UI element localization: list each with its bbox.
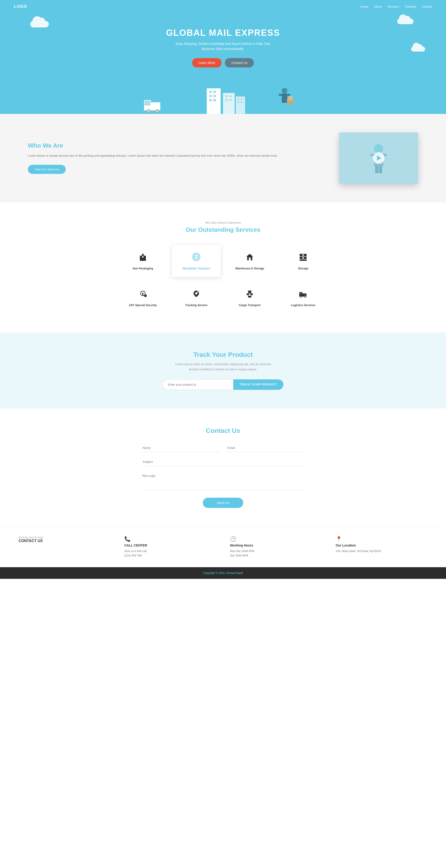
contact-form: Send Us <box>142 444 304 508</box>
svg-rect-71 <box>299 293 305 297</box>
svg-rect-51 <box>249 257 251 260</box>
track-input[interactable] <box>163 379 233 390</box>
svg-point-24 <box>282 88 287 93</box>
svg-rect-27 <box>287 94 290 96</box>
subject-input[interactable] <box>142 458 304 466</box>
service-label: Item Packaging <box>123 267 163 270</box>
services-title: Our Outstanding Services <box>19 226 427 234</box>
view-services-button[interactable]: View Our Services <box>28 165 66 174</box>
svg-rect-22 <box>237 101 239 103</box>
globe-icon <box>176 252 216 264</box>
about-title: Who We Are <box>28 142 320 149</box>
services-subtitle: We Care About Customers <box>19 221 427 224</box>
video-play-button[interactable] <box>373 152 384 164</box>
svg-rect-59 <box>142 294 143 296</box>
nav-home[interactable]: Home <box>360 5 369 8</box>
contact-section: Contact Us Send Us <box>0 408 446 527</box>
svg-rect-67 <box>248 296 251 298</box>
footer-call-sub: Give us a free call <box>124 549 216 554</box>
message-input[interactable] <box>142 472 304 490</box>
footer-call-label: CALL CENTER <box>124 544 216 547</box>
footer-call-col: 📞 CALL CENTER Give us a free call (123) … <box>124 536 216 558</box>
svg-rect-26 <box>279 94 282 96</box>
svg-rect-23 <box>241 101 242 103</box>
svg-rect-25 <box>282 93 287 103</box>
learn-more-button[interactable]: Learn More <box>192 58 222 67</box>
copyright-author: Ahmad Nayef <box>226 571 243 575</box>
contact-us-hero-button[interactable]: Contact Us <box>225 58 254 67</box>
svg-rect-14 <box>223 93 235 114</box>
send-button[interactable]: Send Us <box>203 498 243 508</box>
nav-contact[interactable]: Contact <box>422 5 432 8</box>
nav-about[interactable]: About <box>374 5 382 8</box>
contact-name-email-row <box>142 444 304 452</box>
track-button[interactable]: TRACK YOUR PRODUCT <box>233 379 283 390</box>
cloud-2 <box>397 19 413 24</box>
service-logistics[interactable]: Logistics Services <box>279 282 328 314</box>
footer-hours-sat: Sat: 9AM-3PM <box>230 554 322 558</box>
svg-point-33 <box>374 144 383 153</box>
service-label: Tracking Service <box>176 304 216 307</box>
nav-tracking[interactable]: Tracking <box>405 5 416 8</box>
footer-call-number: (123) 456 789 <box>124 554 216 558</box>
svg-rect-37 <box>375 166 378 173</box>
svg-rect-21 <box>241 98 242 100</box>
cloud-1 <box>30 21 49 27</box>
service-label: Logistics Services <box>283 304 323 307</box>
cloud-3 <box>411 46 425 52</box>
footer-hours-col: 🕐 Working Hours Mon-Sat: 9AM-5PM Sat: 9A… <box>230 536 322 558</box>
svg-point-4 <box>148 110 149 112</box>
buildings-icon <box>193 81 253 114</box>
footer-location-address: 104, Mark tower, AN Road, Ny78410 <box>336 549 427 554</box>
footer-info: We'll Be Glad To Help CONTACT US 📞 CALL … <box>0 527 446 567</box>
footer-location-label: Our Location <box>336 544 427 547</box>
track-form: TRACK YOUR PRODUCT <box>163 379 283 390</box>
svg-rect-9 <box>213 91 216 93</box>
cargo-icon <box>230 289 270 301</box>
location-icon: 📍 <box>336 536 427 542</box>
svg-rect-8 <box>209 91 212 93</box>
svg-rect-18 <box>230 99 232 101</box>
service-security[interactable]: ! 24/7 Special Security <box>118 282 167 314</box>
svg-rect-55 <box>303 254 304 256</box>
svg-point-6 <box>157 110 159 112</box>
hero-subtitle: Easy Shipping, Global Knowledge and Expe… <box>174 41 272 52</box>
nav-links: Home About Services Tracking Contact <box>360 5 432 8</box>
service-item-packaging[interactable]: Item Packaging <box>118 245 167 277</box>
svg-rect-77 <box>299 292 303 294</box>
svg-point-76 <box>305 297 306 298</box>
service-worldwide-transport[interactable]: Worldwide Transport <box>172 245 221 277</box>
footer-bottom: Copyright © 2016, Ahmad Nayef <box>0 567 446 579</box>
tracking-icon <box>176 289 216 301</box>
truck-icon <box>142 95 170 114</box>
about-section: Who We Are Lorem Ipsum is simply dummy t… <box>0 114 446 202</box>
name-input[interactable] <box>142 444 219 452</box>
service-warehouse-storage[interactable]: Warehouse & Storage <box>225 245 274 277</box>
services-grid: Item Packaging Worldwide Transport Wareh… <box>118 245 328 314</box>
about-video[interactable] <box>339 132 418 184</box>
about-body: Lorem Ipsum is simply dummy text of the … <box>28 153 320 158</box>
service-cargo[interactable]: Cargo Transport <box>225 282 274 314</box>
security-icon: ! <box>123 289 163 301</box>
email-input[interactable] <box>227 444 304 452</box>
hero-section: GLOBAL MAIL EXPRESS Easy Shipping, Globa… <box>0 0 446 114</box>
footer-contact-col: We'll Be Glad To Help CONTACT US <box>19 536 110 543</box>
service-tracking[interactable]: Tracking Service <box>172 282 221 314</box>
footer-contact-title: CONTACT US <box>19 539 110 543</box>
track-title: Track Your Product <box>9 351 437 359</box>
footer-hours-label: Working Hours <box>230 544 322 547</box>
svg-rect-42 <box>142 256 143 257</box>
svg-rect-19 <box>236 96 245 114</box>
logistics-icon <box>283 289 323 301</box>
hero-buttons: Learn More Contact Us <box>5 58 441 67</box>
svg-rect-56 <box>303 257 304 258</box>
clock-icon: 🕐 <box>230 536 322 542</box>
service-label: Worldwide Transport <box>176 267 216 270</box>
navbar: LOGO Home About Services Tracking Contac… <box>0 0 446 13</box>
svg-rect-65 <box>247 293 249 295</box>
track-section: Track Your Product Lorem ipsum dolor sit… <box>0 333 446 408</box>
service-storage[interactable]: Storage <box>279 245 328 277</box>
svg-text:!: ! <box>145 295 145 297</box>
nav-services[interactable]: Services <box>387 5 399 8</box>
service-label: Cargo Transport <box>230 304 270 307</box>
